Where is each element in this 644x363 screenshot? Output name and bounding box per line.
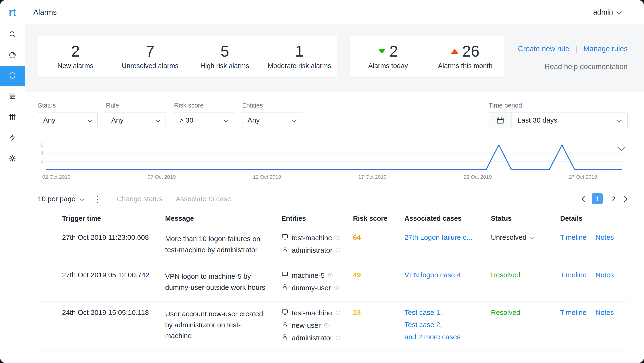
risk-score-select[interactable]: > 30 <box>174 112 234 128</box>
x-tick-label: 22 Oct 2019 <box>464 174 492 180</box>
sliders-icon <box>8 113 16 122</box>
trend-up-icon <box>451 49 458 54</box>
page-size-select[interactable]: 10 per page <box>38 195 84 203</box>
select-value: > 30 <box>180 116 193 124</box>
pagination-prev-icon[interactable] <box>581 196 585 202</box>
entity-name[interactable]: administrator <box>292 334 332 342</box>
stat-moderate-risk-alarms: 1 Moderate risk alarms <box>262 43 337 70</box>
pagination-page-1[interactable]: 1 <box>592 193 603 204</box>
entity-name[interactable]: test-machine <box>292 309 332 317</box>
status-select[interactable]: Any <box>38 112 98 128</box>
manage-rules-link[interactable]: Manage rules <box>584 44 628 53</box>
rule-select[interactable]: Any <box>106 112 166 128</box>
entity-machine: test-machine <box>281 308 353 317</box>
details-cell: Timeline Notes <box>560 308 628 316</box>
stat-label: New alarms <box>57 62 93 70</box>
read-help-link[interactable]: Read help documentation <box>545 62 628 71</box>
notes-link[interactable]: Notes <box>596 234 614 241</box>
details-cell: Timeline Notes <box>560 234 628 241</box>
column-header-trigger-time: Trigger time <box>62 214 165 222</box>
table-row: 27th Oct 2019 11:23:00.608 More than 10 … <box>38 226 628 264</box>
user-menu[interactable]: admin <box>593 8 622 16</box>
sidebar-item-dashboards[interactable] <box>0 45 25 66</box>
column-header-status: Status <box>491 214 560 222</box>
user-icon <box>281 321 288 330</box>
timeline-link[interactable]: Timeline <box>560 308 586 316</box>
case-link[interactable]: Test case 1, <box>404 308 491 316</box>
sidebar-item-search[interactable] <box>0 24 25 45</box>
summary-card: 2 New alarms 7 Unresolved alarms 5 High … <box>38 35 337 78</box>
details-cell: Timeline Notes <box>560 271 628 279</box>
lightning-icon <box>8 134 16 142</box>
filter-label: Time period <box>489 102 628 109</box>
entities-select[interactable]: Any <box>242 112 302 128</box>
entity-name[interactable]: administrator <box>292 246 332 254</box>
logo-cell[interactable]: rt <box>0 0 25 24</box>
case-link[interactable]: and 2 more cases <box>404 333 491 341</box>
associated-cases-cell: Test case 1, Test case 2, and 2 more cas… <box>404 308 491 341</box>
shield-icon <box>8 72 16 80</box>
timeline-link[interactable]: Timeline <box>560 234 586 241</box>
select-value: Any <box>43 116 56 124</box>
associate-to-case-button[interactable]: Associate to case <box>176 195 231 203</box>
pagination-page-2[interactable]: 2 <box>609 195 617 203</box>
stat-alarms-today: 2 Alarms today <box>350 43 427 70</box>
topbar: Alarms admin <box>25 0 644 24</box>
notes-link[interactable]: Notes <box>596 308 614 316</box>
y-tick-label: 4 <box>41 150 44 156</box>
user-icon <box>281 246 288 254</box>
stat-high-risk-alarms: 5 High risk alarms <box>188 43 262 70</box>
chevron-down-icon <box>156 116 160 124</box>
sidebar-item-servers[interactable] <box>0 86 25 107</box>
gear-icon <box>8 154 16 163</box>
user-icon <box>281 334 288 342</box>
entities-cell: machine-5 dummy-user <box>281 271 353 292</box>
stat-value: 2 <box>71 43 80 60</box>
timeline-link[interactable]: Timeline <box>560 271 586 279</box>
stats-band: 2 New alarms 7 Unresolved alarms 5 High … <box>25 24 644 92</box>
sidebar-item-actions[interactable] <box>0 128 25 148</box>
case-link[interactable]: Test case 2, <box>404 321 491 329</box>
trigger-time: 27th Oct 2019 05:12:00.742 <box>62 271 165 279</box>
sidebar: rt <box>0 0 25 363</box>
info-icon[interactable] <box>336 335 340 340</box>
entity-name[interactable]: dummy-user <box>292 284 331 292</box>
associated-cases-cell: VPN logon case 4 <box>404 271 491 279</box>
chart-collapse-chevron-icon[interactable] <box>617 147 626 152</box>
pagination-next-icon[interactable] <box>624 196 628 202</box>
create-new-rule-link[interactable]: Create new rule <box>518 44 569 53</box>
column-header-entities: Entities <box>281 214 353 222</box>
select-value: Last 30 days <box>518 116 557 124</box>
change-status-button[interactable]: Change status <box>117 195 162 203</box>
entity-name[interactable]: new-user <box>292 322 320 330</box>
kebab-menu-icon[interactable]: ⋮ <box>93 194 102 203</box>
stat-label: High risk alarms <box>200 62 249 70</box>
notes-link[interactable]: Notes <box>596 271 614 279</box>
stat-new-alarms: 2 New alarms <box>38 43 113 70</box>
info-icon[interactable] <box>336 310 340 315</box>
sidebar-item-alarms[interactable] <box>0 66 25 86</box>
status-value: Resolved <box>491 308 520 316</box>
info-icon[interactable] <box>336 235 340 240</box>
status-cell[interactable]: Unresolved <box>491 234 560 241</box>
sidebar-nav <box>0 24 25 169</box>
entity-name[interactable]: test-machine <box>292 234 332 242</box>
alarms-series-line <box>46 145 622 170</box>
sidebar-item-settings[interactable] <box>0 148 25 169</box>
x-tick-label: 17 Oct 2019 <box>358 174 386 180</box>
column-header-details: Details <box>560 214 628 222</box>
case-link[interactable]: VPN logon case 4 <box>404 271 491 279</box>
info-icon[interactable] <box>324 323 329 328</box>
calendar-icon <box>489 112 512 128</box>
entity-name[interactable]: machine-5 <box>292 272 324 280</box>
chevron-down-icon <box>530 234 534 241</box>
info-icon[interactable] <box>336 248 340 253</box>
stat-value: 5 <box>220 43 229 60</box>
info-icon[interactable] <box>334 285 339 290</box>
info-icon[interactable] <box>328 273 333 278</box>
time-period-select[interactable]: Last 30 days <box>489 112 628 128</box>
status-cell: Resolved <box>491 271 560 279</box>
associated-cases-cell: 27th Logon failure c... <box>404 234 491 241</box>
sidebar-item-rules[interactable] <box>0 107 25 128</box>
case-link[interactable]: 27th Logon failure c... <box>404 234 491 241</box>
